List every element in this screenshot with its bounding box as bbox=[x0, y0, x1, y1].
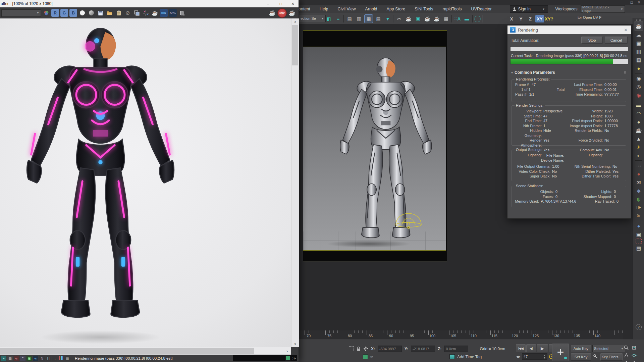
scroll-up-arrow[interactable]: ▲ bbox=[291, 18, 299, 24]
light-lister-icon[interactable]: ● bbox=[634, 64, 643, 72]
expand-chevrons-icon[interactable]: ≫ bbox=[292, 356, 296, 361]
axis-z-button[interactable]: Z bbox=[526, 15, 535, 22]
dotted-grid-icon[interactable]: ∷A bbox=[453, 15, 462, 23]
axis-x-button[interactable]: X bbox=[507, 15, 516, 22]
axis-xy-button[interactable]: XY bbox=[535, 15, 544, 22]
rollout-menu-icon[interactable]: ⊞ bbox=[624, 71, 626, 74]
blue-sphere-icon[interactable]: ● bbox=[634, 222, 643, 230]
h-mini-icon[interactable]: H bbox=[46, 356, 51, 361]
snapshot-icon[interactable] bbox=[178, 9, 186, 17]
render-elements-icon[interactable]: ▦ bbox=[634, 56, 643, 64]
red-channel-button[interactable]: R bbox=[51, 9, 59, 17]
particles-icon[interactable]: ∷∷ bbox=[634, 161, 643, 170]
stop-render-icon[interactable]: STOP bbox=[277, 8, 287, 18]
y-coordinate-field[interactable]: -218.6817 bbox=[411, 346, 435, 352]
curve-blue-mini-icon[interactable]: ∿ bbox=[33, 356, 38, 361]
render-iterative-icon[interactable]: ☕ bbox=[433, 15, 441, 23]
dotted-circle-icon[interactable] bbox=[474, 16, 481, 22]
channel-dropdown[interactable]: ▼ bbox=[1, 9, 41, 17]
compare-mini-icon[interactable]: ↔ bbox=[52, 356, 57, 361]
documents-icon[interactable]: ▤ bbox=[634, 244, 643, 252]
orbit-icon[interactable] bbox=[631, 353, 637, 358]
menu-help[interactable]: Help bbox=[315, 5, 333, 13]
help-icon[interactable]: ? bbox=[636, 324, 642, 330]
menu-app-store[interactable]: App Store bbox=[382, 5, 410, 13]
plane-icon[interactable]: ▬ bbox=[634, 101, 643, 109]
mini-monitor-icon[interactable] bbox=[285, 356, 290, 361]
channels-mini-icon[interactable]: ≡ bbox=[1, 356, 6, 361]
walk-through-icon[interactable] bbox=[631, 360, 637, 362]
clear-icon[interactable]: ⊘ bbox=[124, 9, 131, 17]
lut-mini-icon[interactable]: N bbox=[39, 356, 45, 361]
cancel-button[interactable]: Cancel bbox=[605, 37, 628, 44]
go-to-start-button[interactable]: |◀◀ bbox=[516, 344, 526, 352]
zoom-percent-icon[interactable]: 50% bbox=[169, 9, 177, 17]
sun-icon[interactable]: ☀ bbox=[634, 143, 643, 151]
monochrome-icon[interactable] bbox=[88, 9, 95, 17]
menu-rapidtools[interactable]: rapidTools bbox=[438, 5, 467, 13]
fb-minimize-button[interactable]: – bbox=[262, 2, 274, 6]
schematic-view-icon[interactable]: ▤ bbox=[374, 15, 382, 23]
horizontal-scrollbar[interactable]: › bbox=[0, 347, 291, 355]
menu-civil-view[interactable]: Civil View bbox=[333, 5, 360, 13]
image-mini-icon[interactable]: ▣ bbox=[26, 356, 32, 361]
prompt-mini-icon[interactable] bbox=[363, 354, 368, 359]
current-frame-field[interactable]: 47 ▲▼ bbox=[522, 353, 547, 360]
max-minimize-button[interactable]: – bbox=[621, 0, 628, 5]
x-coordinate-field[interactable]: -504.0897 bbox=[378, 346, 402, 352]
z-coordinate-field[interactable]: 0.0cm bbox=[444, 346, 468, 352]
scene-explorer-icon[interactable]: ▥ bbox=[355, 15, 363, 23]
vscroll-thumb[interactable] bbox=[292, 25, 298, 65]
imagedata-icon[interactable]: IIID bbox=[160, 9, 168, 17]
hscroll-thumb[interactable] bbox=[0, 348, 254, 354]
render-teapot-icon[interactable]: ☕ bbox=[634, 21, 643, 31]
update-arrow-icon[interactable]: ▼ bbox=[384, 15, 392, 23]
max-close-button[interactable]: ✕ bbox=[635, 0, 643, 5]
common-parameters-header[interactable]: ▾ Common Parameters ⊞ bbox=[509, 70, 628, 75]
previous-frame-button[interactable]: ◀| bbox=[526, 344, 536, 352]
picker-icon[interactable]: ▣ bbox=[634, 230, 643, 239]
rgb-circles-icon[interactable] bbox=[42, 9, 50, 17]
rendered-image[interactable] bbox=[0, 18, 291, 347]
dialog-close-icon[interactable]: ✕ bbox=[624, 28, 628, 33]
environment-cloud-icon[interactable]: ☁ bbox=[634, 31, 643, 39]
axis-xy2-button[interactable]: XY? bbox=[545, 15, 553, 22]
timeline-ruler[interactable]: 70 75 80 85 90 95 100 105 110 115 120 12… bbox=[299, 330, 623, 340]
scroll-right-arrow[interactable]: › bbox=[284, 347, 290, 355]
video-camera-icon[interactable]: ◉ bbox=[634, 91, 643, 99]
snap-toggle-icon[interactable]: ✂ bbox=[395, 15, 403, 23]
curve-editor-icon[interactable]: ▦ bbox=[364, 14, 373, 23]
sign-in-dropdown[interactable]: Sign In ▼ bbox=[510, 5, 548, 13]
render-preview-icon[interactable]: ▣ bbox=[634, 39, 643, 47]
clone-window-icon[interactable] bbox=[133, 9, 141, 17]
clipboard-copy-icon[interactable] bbox=[115, 9, 122, 17]
dome-icon[interactable]: ◠ bbox=[634, 109, 643, 118]
sky-sphere-icon[interactable]: ◐ bbox=[634, 151, 643, 160]
selected-filter-dropdown[interactable]: Selected▼ bbox=[592, 345, 625, 352]
isolate-selection-icon[interactable] bbox=[349, 346, 354, 351]
camera-icon[interactable]: ◉ bbox=[634, 74, 643, 83]
workspace-dropdown[interactable]: Mak21_2020.2 - Copy▼ bbox=[581, 5, 625, 13]
fb-close-button[interactable]: ✕ bbox=[287, 2, 299, 6]
globe-camera-icon[interactable]: ◎ bbox=[634, 83, 643, 91]
viewport-character[interactable] bbox=[325, 52, 443, 254]
key-filters-button[interactable]: Key Filters... bbox=[600, 353, 623, 361]
pyramid-mail-icon[interactable]: ✉ bbox=[634, 178, 643, 187]
render-again-teapot-icon[interactable]: ☕ bbox=[151, 9, 159, 17]
render-last-teapot-icon[interactable]: ☕ bbox=[268, 9, 276, 17]
hair-fur-icon[interactable]: HF bbox=[634, 203, 643, 212]
selection-set-dropdown[interactable]: ection Se▼ bbox=[299, 15, 326, 22]
render-production-icon[interactable]: ☕ bbox=[423, 15, 431, 23]
mirror-icon[interactable]: ◧ bbox=[325, 15, 333, 23]
set-key-button[interactable]: Set Key bbox=[571, 353, 591, 361]
frames-icon[interactable]: ▦ bbox=[442, 15, 450, 23]
green-channel-button[interactable]: G bbox=[60, 9, 68, 17]
fb-maximize-button[interactable]: □ bbox=[274, 2, 287, 6]
ox-icon[interactable]: 0x bbox=[634, 212, 643, 220]
alpha-channel-icon[interactable] bbox=[78, 9, 86, 17]
wire-teapot-icon[interactable]: ☕ bbox=[634, 126, 643, 135]
transform-gizmo-icon[interactable] bbox=[363, 346, 368, 351]
frame-buffer-titlebar[interactable]: uffer - [100% of 1920 x 1080] – □ ✕ bbox=[0, 0, 299, 7]
scroll-down-arrow[interactable]: ▼ bbox=[291, 341, 299, 347]
play-button[interactable]: ▶ bbox=[537, 344, 548, 352]
